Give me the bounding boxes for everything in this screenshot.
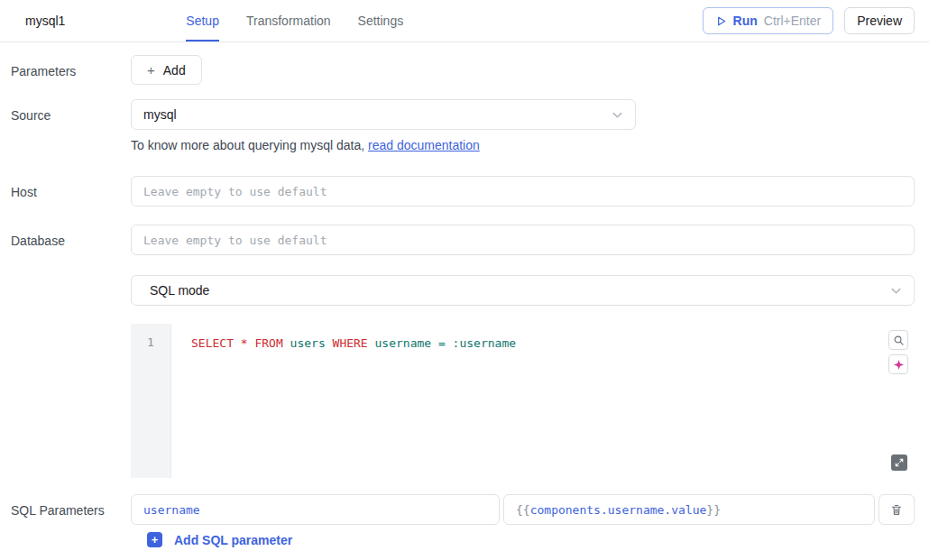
play-icon bbox=[715, 15, 727, 27]
line-number: 1 bbox=[131, 335, 170, 349]
code-editor-spacer bbox=[0, 324, 131, 331]
sql-token: users bbox=[283, 336, 333, 350]
source-selected-value: mysql bbox=[143, 107, 177, 122]
sql-parameters-row: SQL Parameters {{components.username.val… bbox=[0, 494, 929, 547]
source-help-prefix: To know more about querying mysql data, bbox=[131, 138, 368, 152]
sql-token: SELECT bbox=[191, 336, 234, 350]
run-label: Run bbox=[733, 14, 758, 28]
ai-beautify-button[interactable] bbox=[888, 354, 908, 374]
add-parameter-label: Add bbox=[163, 63, 186, 78]
host-row: Host bbox=[0, 176, 929, 207]
chevron-down-icon bbox=[889, 284, 903, 298]
add-sql-parameter-button[interactable]: + Add SQL parameter bbox=[147, 532, 292, 547]
sql-code-editor[interactable]: 1 SELECT * FROM users WHERE username = :… bbox=[131, 324, 915, 478]
expand-icon bbox=[895, 458, 904, 467]
preview-button[interactable]: Preview bbox=[844, 7, 915, 34]
add-parameter-button[interactable]: + Add bbox=[131, 55, 202, 85]
sql-parameter-key-input[interactable] bbox=[131, 494, 500, 525]
plus-square-icon: + bbox=[147, 532, 162, 547]
parameters-label: Parameters bbox=[0, 55, 131, 80]
query-tabs: Setup Transformation Settings bbox=[186, 0, 403, 41]
source-label: Source bbox=[0, 99, 131, 124]
chevron-down-icon bbox=[611, 108, 624, 122]
sql-token: username = :username bbox=[368, 336, 516, 350]
search-button[interactable] bbox=[888, 330, 908, 350]
database-row: Database bbox=[0, 225, 929, 255]
host-input[interactable] bbox=[131, 176, 915, 207]
tab-transformation[interactable]: Transformation bbox=[246, 0, 331, 41]
query-title: mysql1 bbox=[25, 14, 65, 28]
run-shortcut: Ctrl+Enter bbox=[764, 14, 821, 28]
add-sql-parameter-label: Add SQL parameter bbox=[174, 533, 292, 547]
sql-token bbox=[234, 336, 241, 350]
value-open-brace: {{ bbox=[516, 503, 530, 517]
source-help-text: To know more about querying mysql data, … bbox=[131, 138, 915, 152]
expand-editor-button[interactable] bbox=[891, 454, 907, 471]
run-button[interactable]: Run Ctrl+Enter bbox=[703, 7, 834, 34]
sql-parameters-label: SQL Parameters bbox=[0, 494, 131, 519]
source-row: Source mysql To know more about querying… bbox=[0, 99, 929, 152]
database-label: Database bbox=[0, 225, 131, 250]
value-close-brace: }} bbox=[706, 503, 721, 517]
sql-parameter-value-input[interactable]: {{components.username.value}} bbox=[503, 494, 875, 525]
sparkle-icon bbox=[893, 359, 905, 371]
sql-token: WHERE bbox=[333, 336, 368, 350]
parameters-row: Parameters + Add bbox=[0, 55, 929, 85]
query-setup-panel: Parameters + Add Source mysql To know mo… bbox=[0, 42, 929, 547]
trash-icon bbox=[890, 503, 903, 517]
host-label: Host bbox=[0, 176, 131, 201]
sql-mode-spacer bbox=[0, 275, 131, 282]
source-select[interactable]: mysql bbox=[131, 99, 636, 130]
sql-token: FROM bbox=[254, 336, 282, 350]
value-expression: components.username.value bbox=[530, 503, 707, 517]
tab-setup[interactable]: Setup bbox=[186, 0, 219, 41]
sql-parameter-item: {{components.username.value}} bbox=[131, 494, 915, 525]
database-input[interactable] bbox=[131, 225, 915, 255]
editor-gutter: 1 bbox=[131, 324, 171, 478]
sql-mode-row: SQL mode bbox=[0, 275, 929, 306]
sql-mode-selected-value: SQL mode bbox=[150, 283, 209, 298]
code-editor-row: 1 SELECT * FROM users WHERE username = :… bbox=[0, 324, 929, 478]
sql-query-text[interactable]: SELECT * FROM users WHERE username = :us… bbox=[171, 324, 516, 478]
sql-token: * bbox=[241, 336, 248, 350]
plus-icon: + bbox=[147, 63, 155, 77]
delete-parameter-button[interactable] bbox=[878, 494, 915, 525]
editor-tools bbox=[888, 330, 908, 374]
query-header: mysql1 Setup Transformation Settings Run… bbox=[0, 0, 929, 42]
read-documentation-link[interactable]: read documentation bbox=[368, 138, 480, 152]
header-actions: Run Ctrl+Enter Preview bbox=[703, 7, 915, 34]
search-icon bbox=[893, 335, 905, 346]
sql-mode-select[interactable]: SQL mode bbox=[131, 275, 915, 306]
tab-settings[interactable]: Settings bbox=[358, 0, 404, 41]
